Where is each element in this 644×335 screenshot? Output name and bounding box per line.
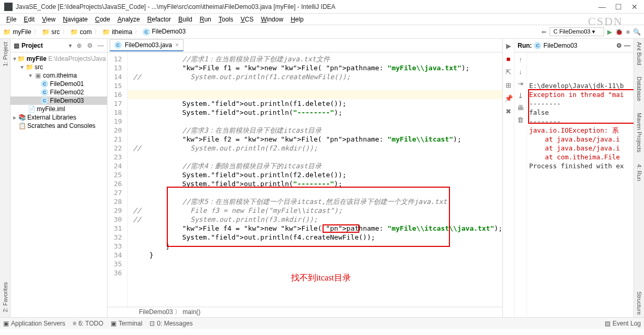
pin-icon[interactable]: 📌 xyxy=(505,94,513,102)
console-line: at com.itheima.File xyxy=(529,153,631,161)
status-todo[interactable]: ≡ 6: TODO xyxy=(72,320,103,327)
minimize-button[interactable]: — xyxy=(598,3,606,11)
search-icon[interactable]: 🔍 xyxy=(633,28,641,36)
layout-icon[interactable]: ⊞ xyxy=(506,81,511,89)
menu-build[interactable]: Build xyxy=(175,15,196,24)
crumb-item[interactable]: C FileDemo03 xyxy=(143,28,186,36)
print-icon[interactable]: 🖶 xyxy=(517,104,524,112)
console-line: Exception in thread "mai xyxy=(529,90,631,99)
console-line: false xyxy=(529,108,631,117)
gear-icon[interactable]: ⚙ xyxy=(87,42,93,49)
back-icon[interactable]: ⬅ xyxy=(541,28,546,36)
project-tool-tab[interactable]: 1: Project xyxy=(2,40,8,68)
status-eventlog[interactable]: ▤ Event Log xyxy=(605,320,641,327)
console-output[interactable]: E:\develop\Java\jdk-11\bException in thr… xyxy=(527,52,634,317)
gear-icon[interactable]: ⚙ xyxy=(616,42,622,49)
run-button[interactable]: ▶ xyxy=(607,28,612,36)
scroll-icon[interactable]: ⤓ xyxy=(518,92,523,100)
close-run-icon[interactable]: ✖ xyxy=(506,107,511,115)
run-tab-label: FileDemo03 xyxy=(543,42,577,49)
up-icon[interactable]: ↑ xyxy=(519,56,522,63)
java-icon: C xyxy=(553,28,557,35)
menu-bar: FileEditViewNavigateCodeAnalyzeRefactorB… xyxy=(0,14,644,25)
stop-button[interactable]: ■ xyxy=(626,28,630,36)
menu-analyze[interactable]: Analyze xyxy=(114,15,143,24)
debug-button[interactable]: 🐞 xyxy=(615,28,623,36)
run-config-label: FileDemo03 xyxy=(559,28,590,35)
structure-tab[interactable]: Structure xyxy=(636,289,642,317)
console-line: java.io.IOException: 系 xyxy=(529,126,631,135)
ant-build-tab[interactable]: Ant Build xyxy=(636,40,642,67)
menu-vcs[interactable]: VCS xyxy=(238,15,257,24)
close-tab-icon[interactable]: × xyxy=(175,41,179,49)
run-tab[interactable]: 4: Run xyxy=(636,162,642,183)
console-line: -------- xyxy=(529,99,631,108)
menu-help[interactable]: Help xyxy=(287,15,307,24)
menu-navigate[interactable]: Navigate xyxy=(60,15,91,24)
close-button[interactable]: ✕ xyxy=(631,3,638,11)
hide-icon[interactable]: — xyxy=(98,42,104,49)
run-config-dropdown[interactable]: C FileDemo03 ▾ xyxy=(550,27,604,36)
project-panel-title: Project xyxy=(22,42,63,49)
settings-icon[interactable]: ⊕ xyxy=(77,42,82,49)
code-editor[interactable]: //需求1：在当前模块目录下创建java.txt文件 "kw">File f1 … xyxy=(128,52,502,307)
menu-window[interactable]: Window xyxy=(257,15,286,24)
console-line: E:\develop\Java\jdk-11\b xyxy=(529,81,631,90)
menu-refactor[interactable]: Refactor xyxy=(144,15,174,24)
run-title: Run: xyxy=(518,42,532,49)
tree-external[interactable]: ▸📚External Libraries xyxy=(10,113,107,122)
menu-tools[interactable]: Tools xyxy=(216,15,237,24)
line-gutter: 12 13 14 15 16 17 18 19 20 21 22 23 24 2… xyxy=(108,52,128,307)
menu-code[interactable]: Code xyxy=(92,15,113,24)
crumb-item[interactable]: 📁 myFile xyxy=(3,28,31,36)
tree-file[interactable]: C FileDemo02 xyxy=(10,88,107,96)
tree-package[interactable]: ▾▣com.itheima xyxy=(10,71,107,80)
console-line: at java.base/java.i xyxy=(529,135,631,144)
crumb-item[interactable]: 📁 src xyxy=(42,28,60,36)
tree-scratches[interactable]: 📋Scratches and Consoles xyxy=(10,122,107,130)
breadcrumb: 📁 myFile〉📁 src〉📁 com〉📁 itheima〉C FileDem… xyxy=(3,27,186,36)
tree-file-selected[interactable]: C FileDemo03 xyxy=(10,96,107,105)
console-line: -------- xyxy=(529,117,631,126)
window-title: JavaSE_Code [E:\IdeaProjects\JavaSE_Code… xyxy=(16,3,598,10)
status-terminal[interactable]: ▣ Terminal xyxy=(111,320,142,327)
tree-file[interactable]: C FileDemo01 xyxy=(10,80,107,88)
hide-icon[interactable]: — xyxy=(624,42,630,49)
tree-root[interactable]: ▾📁myFile E:\IdeaProjects\Java xyxy=(10,55,107,63)
console-line: Process finished with ex xyxy=(529,161,631,170)
project-tree: ▾📁myFile E:\IdeaProjects\Java ▾📁src ▾▣co… xyxy=(10,52,107,132)
app-icon xyxy=(4,3,13,11)
trash-icon[interactable]: 🗑 xyxy=(517,116,524,124)
annotation-text: 找不到itcast目录 xyxy=(291,273,351,284)
collapse-icon[interactable]: ▾ xyxy=(69,42,72,49)
crumb-item[interactable]: 📁 com xyxy=(70,28,92,36)
menu-run[interactable]: Run xyxy=(197,15,214,24)
stop-run-icon[interactable]: ■ xyxy=(507,55,511,63)
maximize-button[interactable]: ☐ xyxy=(615,3,622,11)
watermark: CSDN xyxy=(588,15,623,28)
editor-tab[interactable]: C FileDemo03.java × xyxy=(110,39,184,51)
menu-edit[interactable]: Edit xyxy=(20,15,38,24)
code-breadcrumb[interactable]: FileDemo03 〉 main() xyxy=(108,307,502,317)
database-tab[interactable]: Database xyxy=(636,74,642,103)
editor-tab-label: FileDemo03.java xyxy=(125,41,172,49)
menu-file[interactable]: File xyxy=(3,15,19,24)
java-icon: C xyxy=(114,41,122,49)
favorites-tool-tab[interactable]: 2: Favorites xyxy=(2,280,8,314)
maven-tab[interactable]: Maven Projects xyxy=(636,111,642,155)
wrap-icon[interactable]: ⇥ xyxy=(518,80,523,88)
status-messages[interactable]: ⊡ 0: Messages xyxy=(149,320,192,327)
tree-src[interactable]: ▾📁src xyxy=(10,63,107,71)
project-view-icon[interactable]: ▦ xyxy=(14,42,19,49)
down-icon[interactable]: ↓ xyxy=(519,68,522,75)
status-servers[interactable]: ▣ Application Servers xyxy=(3,320,65,327)
tree-iml[interactable]: 📄myFile.iml xyxy=(10,105,107,113)
console-line: at java.base/java.i xyxy=(529,144,631,153)
rerun-icon[interactable]: ▶ xyxy=(506,42,511,50)
exit-icon[interactable]: ⇱ xyxy=(506,68,511,76)
java-icon: C xyxy=(534,42,541,49)
crumb-item[interactable]: 📁 itheima xyxy=(102,28,132,36)
menu-view[interactable]: View xyxy=(39,15,59,24)
